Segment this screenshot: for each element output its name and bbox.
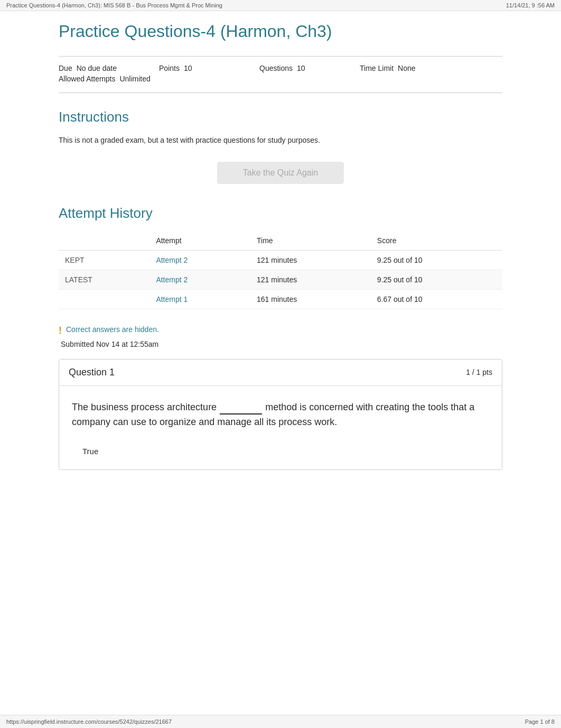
meta-allowed-attempts: Allowed Attempts Unlimited xyxy=(59,75,151,83)
meta-points: Points 10 xyxy=(159,64,244,72)
due-value: No due date xyxy=(77,64,117,72)
question-points-1: 1 / 1 pts xyxy=(466,368,492,376)
attempt-link[interactable]: Attempt 2 xyxy=(149,270,250,290)
col-score-header: Score xyxy=(371,231,502,251)
meta-row-2: Allowed Attempts Unlimited xyxy=(59,75,502,83)
allowed-attempts-value: Unlimited xyxy=(119,75,150,83)
question-number-1: Question 1 xyxy=(69,367,115,378)
questions-label: Questions xyxy=(259,64,293,72)
question-card-1: Question 1 1 / 1 pts The business proces… xyxy=(59,359,502,471)
points-label: Points xyxy=(159,64,180,72)
answer-text: True xyxy=(82,447,98,456)
table-row: Attempt 1161 minutes6.67 out of 10 xyxy=(59,290,502,309)
meta-questions: Questions 10 xyxy=(259,64,344,72)
col-time-header: Time xyxy=(250,231,371,251)
col-attempt-header: Attempt xyxy=(149,231,250,251)
attempt-link[interactable]: Attempt 2 xyxy=(149,251,250,270)
col-row-label xyxy=(59,231,149,251)
notice-icon: ! xyxy=(59,325,62,337)
points-value: 10 xyxy=(184,64,192,72)
table-row: LATESTAttempt 2121 minutes9.25 out of 10 xyxy=(59,270,502,290)
question-text-1: The business process architecture method… xyxy=(72,399,489,430)
page-wrapper: Practice Questions-4 (Harmon, Ch3) Due N… xyxy=(43,11,518,512)
page-title: Practice Questions-4 (Harmon, Ch3) xyxy=(59,22,502,47)
attempt-link[interactable]: Attempt 1 xyxy=(149,290,250,309)
answer-choice-true: True xyxy=(72,443,489,460)
questions-value: 10 xyxy=(297,64,305,72)
table-row: KEPTAttempt 2121 minutes9.25 out of 10 xyxy=(59,251,502,270)
instructions-text: This is not a graded exam, but a test wi… xyxy=(59,135,502,146)
meta-due: Due No due date xyxy=(59,64,143,72)
question-blank xyxy=(220,399,262,415)
meta-time-limit: Time Limit None xyxy=(360,64,444,72)
due-label: Due xyxy=(59,64,72,72)
browser-bar: Practice Questions-4 (Harmon, Ch3): MIS … xyxy=(0,0,561,11)
question-text-part1: The business process architecture xyxy=(72,402,217,412)
meta-row-1: Due No due date Points 10 Questions 10 T… xyxy=(59,64,502,72)
datetime: 11/14/21, 9 :56 AM xyxy=(506,2,555,8)
attempt-time: 121 minutes xyxy=(250,270,371,290)
notice-text: Correct answers are hidden. xyxy=(66,325,159,334)
attempt-history-section: Attempt History Attempt Time Score KEPTA… xyxy=(59,205,502,309)
attempt-score: 6.67 out of 10 xyxy=(371,290,502,309)
instructions-heading: Instructions xyxy=(59,109,502,125)
attempt-score: 9.25 out of 10 xyxy=(371,270,502,290)
row-label: LATEST xyxy=(59,270,149,290)
notice-box: ! Correct answers are hidden. xyxy=(59,325,502,337)
attempt-score: 9.25 out of 10 xyxy=(371,251,502,270)
attempt-time: 121 minutes xyxy=(250,251,371,270)
quiz-meta: Due No due date Points 10 Questions 10 T… xyxy=(59,56,502,93)
question-header-1: Question 1 1 / 1 pts xyxy=(59,360,502,386)
question-body-1: The business process architecture method… xyxy=(59,386,502,470)
time-limit-label: Time Limit xyxy=(360,64,394,72)
submitted-info: Submitted Nov 14 at 12:55am xyxy=(59,340,502,348)
tab-title: Practice Questions-4 (Harmon, Ch3): MIS … xyxy=(6,2,222,8)
time-limit-value: None xyxy=(398,64,415,72)
allowed-attempts-label: Allowed Attempts xyxy=(59,75,115,83)
row-label: KEPT xyxy=(59,251,149,270)
attempt-history-heading: Attempt History xyxy=(59,205,502,222)
take-quiz-again-button[interactable]: Take the Quiz Again xyxy=(217,162,344,184)
row-label xyxy=(59,290,149,309)
attempt-time: 161 minutes xyxy=(250,290,371,309)
attempt-table: Attempt Time Score KEPTAttempt 2121 minu… xyxy=(59,231,502,309)
